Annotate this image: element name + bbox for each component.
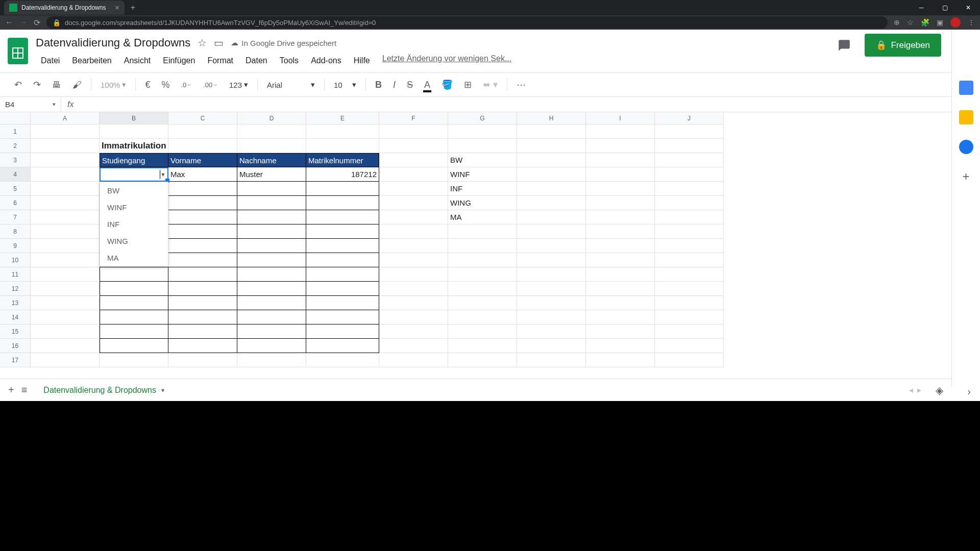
cell[interactable] [31,339,100,353]
menu-datei[interactable]: Datei [36,54,65,67]
cell[interactable] [586,182,655,196]
cell[interactable]: WING [448,196,517,210]
name-box[interactable]: B4 ▾ [0,97,61,112]
save-status[interactable]: ☁ In Google Drive gespeichert [231,38,336,47]
sheet-nav-left-icon[interactable]: ◂ [909,385,913,395]
cell[interactable] [306,196,379,210]
borders-button[interactable]: ⊞ [460,76,476,93]
sheets-logo[interactable] [5,34,31,68]
increase-decimal-button[interactable]: .00→ [199,78,222,92]
menu-tools[interactable]: Tools [275,54,304,67]
cell[interactable] [448,124,517,139]
col-header-D[interactable]: D [237,112,306,124]
percent-button[interactable]: % [157,77,174,93]
row-header[interactable]: 13 [0,296,31,310]
cell[interactable] [31,239,100,253]
cell[interactable] [586,196,655,210]
cell[interactable] [517,324,586,339]
cell[interactable] [517,339,586,353]
cell[interactable] [379,210,448,224]
row-header[interactable]: 10 [0,253,31,267]
cell[interactable] [448,139,517,153]
row-header[interactable]: 15 [0,324,31,339]
col-header-J[interactable]: J [655,112,724,124]
cell[interactable] [31,267,100,282]
cell[interactable] [379,324,448,339]
row-header[interactable]: 17 [0,353,31,367]
cell[interactable] [379,182,448,196]
cell[interactable] [517,153,586,167]
cell[interactable] [448,296,517,310]
cell[interactable] [168,124,237,139]
paint-format-button[interactable]: 🖌 [68,77,86,93]
cell[interactable] [517,210,586,224]
star-icon[interactable]: ☆ [198,37,207,49]
cell[interactable] [168,239,237,253]
cell[interactable] [379,167,448,182]
col-header-C[interactable]: C [168,112,237,124]
add-addon-icon[interactable]: + [962,169,969,184]
cell[interactable]: Immatrikulation [100,139,168,153]
cell[interactable] [306,267,379,282]
cell[interactable] [448,267,517,282]
font-size-dropdown[interactable]: 10 ▾ [330,80,360,89]
cell[interactable] [168,339,237,353]
cell[interactable]: 187212 [306,167,379,182]
cell[interactable] [237,196,306,210]
cell[interactable] [237,310,306,324]
dropdown-option[interactable]: WINF [100,199,168,216]
col-header-A[interactable]: A [31,112,100,124]
cell[interactable] [655,310,724,324]
cell[interactable] [517,296,586,310]
cell[interactable] [655,253,724,267]
cell[interactable] [379,282,448,296]
cell[interactable] [306,282,379,296]
cell[interactable] [31,182,100,196]
profile-icon[interactable] [950,17,961,28]
extensions-icon[interactable]: 🧩 [921,18,929,27]
side-panel-toggle-icon[interactable]: › [967,386,971,397]
cell[interactable] [168,267,237,282]
cell[interactable] [168,282,237,296]
cell[interactable] [655,282,724,296]
col-header-F[interactable]: F [379,112,448,124]
cell[interactable] [379,339,448,353]
cell[interactable] [517,182,586,196]
cell[interactable] [168,139,237,153]
cell[interactable]: Muster [237,167,306,182]
cell[interactable] [237,339,306,353]
col-header-G[interactable]: G [448,112,517,124]
zoom-dropdown[interactable]: 100% ▾ [96,80,130,89]
cell[interactable] [655,353,724,367]
cell[interactable] [237,282,306,296]
row-header[interactable]: 2 [0,139,31,153]
menu-einfuegen[interactable]: Einfügen [158,54,200,67]
cell[interactable] [100,296,168,310]
row-header[interactable]: 4 [0,167,31,182]
move-icon[interactable]: ▭ [214,37,224,49]
cell[interactable] [655,167,724,182]
zoom-icon[interactable]: ⊕ [894,18,900,27]
sheet-nav-right-icon[interactable]: ▸ [917,385,921,395]
cell[interactable] [306,210,379,224]
cell[interactable] [655,224,724,239]
share-button[interactable]: 🔒 Freigeben [865,34,941,57]
cell[interactable] [655,139,724,153]
cell[interactable] [168,253,237,267]
cell[interactable] [655,153,724,167]
cell[interactable] [379,267,448,282]
last-edit-link[interactable]: Letzte Änderung vor wenigen Sek... [382,54,512,67]
row-header[interactable]: 6 [0,196,31,210]
cell[interactable] [31,153,100,167]
explore-button[interactable]: ◈ [936,384,943,396]
font-dropdown[interactable]: Arial ▾ [263,80,319,89]
merge-button[interactable]: ⬌ ▾ [479,76,502,93]
cell[interactable] [586,224,655,239]
cell[interactable] [168,182,237,196]
cell[interactable] [31,167,100,182]
cell[interactable] [655,296,724,310]
keep-icon[interactable] [959,110,973,124]
bookmark-icon[interactable]: ☆ [907,18,914,27]
cell[interactable]: Matrikelnummer [306,153,379,167]
tasks-icon[interactable] [959,140,973,154]
